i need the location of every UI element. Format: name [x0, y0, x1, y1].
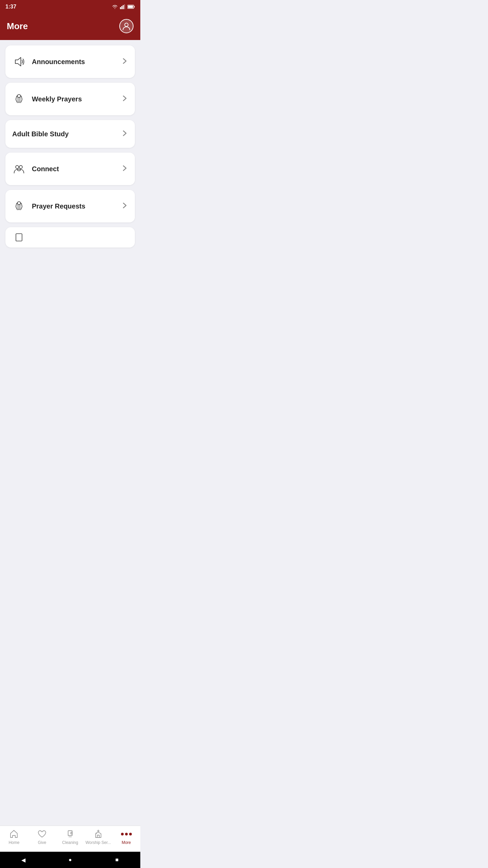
svg-rect-5: [134, 6, 135, 7]
signal-icon: [120, 4, 125, 9]
chevron-right-icon: [121, 95, 128, 103]
page-title: More: [7, 21, 28, 32]
avatar-button[interactable]: [119, 19, 134, 33]
status-time: 1:37: [5, 4, 16, 10]
status-icons: [112, 4, 135, 9]
menu-item-partial[interactable]: [5, 227, 135, 248]
praying-hands-2-icon: [12, 199, 26, 213]
svg-rect-1: [121, 6, 122, 9]
menu-item-adult-bible-study-label: Adult Bible Study: [12, 130, 69, 138]
svg-rect-2: [123, 5, 124, 9]
menu-item-weekly-prayers[interactable]: Weekly Prayers: [5, 83, 135, 115]
svg-rect-11: [16, 234, 22, 241]
praying-hands-icon: [12, 92, 26, 106]
menu-item-connect-label: Connect: [32, 165, 59, 173]
battery-icon: [127, 5, 135, 9]
header: More: [0, 14, 140, 40]
menu-item-adult-bible-study[interactable]: Adult Bible Study: [5, 120, 135, 148]
menu-list: Announcements Weekly Prayers: [0, 40, 140, 281]
chevron-right-icon: [121, 202, 128, 211]
chevron-right-icon: [121, 130, 128, 138]
chevron-right-icon: [121, 57, 128, 66]
menu-item-announcements-label: Announcements: [32, 58, 85, 66]
menu-item-prayer-requests[interactable]: Prayer Requests: [5, 190, 135, 222]
user-icon: [122, 22, 131, 31]
svg-point-10: [19, 165, 22, 169]
svg-marker-8: [15, 57, 21, 66]
wifi-icon: [112, 4, 118, 9]
menu-item-prayer-requests-label: Prayer Requests: [32, 202, 85, 210]
svg-point-7: [125, 23, 128, 26]
svg-rect-0: [120, 7, 121, 9]
menu-item-weekly-prayers-label: Weekly Prayers: [32, 95, 82, 103]
partial-icon: [12, 231, 26, 244]
status-bar: 1:37: [0, 0, 140, 14]
svg-point-9: [16, 165, 19, 169]
menu-item-announcements[interactable]: Announcements: [5, 45, 135, 78]
svg-rect-6: [128, 6, 133, 8]
people-icon: [12, 162, 26, 176]
svg-rect-3: [124, 4, 125, 9]
chevron-right-icon: [121, 164, 128, 173]
menu-item-connect[interactable]: Connect: [5, 153, 135, 185]
speaker-icon: [12, 55, 26, 68]
